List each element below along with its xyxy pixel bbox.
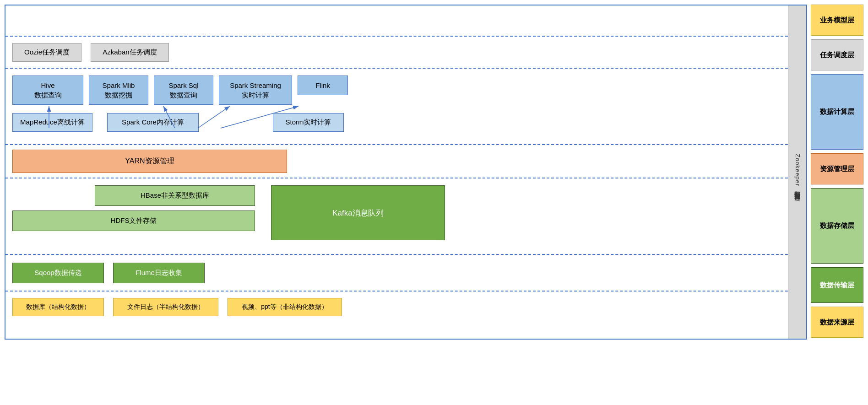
mapreduce-box: MapReduce离线计算 — [12, 113, 92, 132]
layer-label-source: 数据来源层 — [811, 307, 863, 338]
azkaban-box: Azkaban任务调度 — [91, 43, 168, 62]
sqoop-box: Sqoop数据传递 — [12, 263, 104, 283]
flume-box: Flume日志收集 — [113, 263, 205, 283]
right-labels: 业务模型层 任务调度层 数据计算层 资源管理层 数据存储层 数据传输层 数据来源… — [811, 5, 863, 340]
hbase-box: HBase非关系型数据库 — [95, 185, 255, 206]
hdfs-box: HDFS文件存储 — [12, 211, 255, 231]
layer-label-scheduling: 任务调度层 — [811, 39, 863, 70]
scheduling-row: Oozie任务调度 Azkaban任务调度 — [5, 37, 806, 69]
flink-box: Flink — [298, 76, 348, 95]
spark-mlib-box: Spark Mlib 数据挖掘 — [89, 76, 148, 105]
source-video-box: 视频、ppt等（非结构化数据） — [228, 298, 342, 316]
business-row — [5, 5, 806, 37]
storage-row: HBase非关系型数据库 HDFS文件存储 Kafka消息队列 — [5, 178, 806, 255]
zookeeper-vertical-label: Zookeeper数据平台配置和调度 — [788, 5, 806, 339]
layer-label-business: 业务模型层 — [811, 5, 863, 36]
layer-label-storage: 数据存储层 — [811, 188, 863, 264]
transport-row: Sqoop数据传递 Flume日志收集 — [5, 255, 806, 292]
layer-label-computation: 数据计算层 — [811, 74, 863, 150]
source-db-box: 数据库（结构化数据） — [12, 298, 104, 316]
source-row: 数据库（结构化数据） 文件日志（半结构化数据） 视频、ppt等（非结构化数据） — [5, 292, 806, 323]
storm-box: Storm实时计算 — [273, 113, 344, 132]
yarn-box: YARN资源管理 — [12, 150, 287, 173]
kafka-box: Kafka消息队列 — [271, 185, 445, 240]
oozie-box: Oozie任务调度 — [12, 43, 81, 62]
layer-label-resource: 资源管理层 — [811, 153, 863, 184]
source-log-box: 文件日志（半结构化数据） — [113, 298, 218, 316]
resource-row: YARN资源管理 — [5, 145, 806, 178]
spark-streaming-box: Spark Streaming 实时计算 — [219, 76, 292, 105]
hive-box: Hive 数据查询 — [12, 76, 83, 105]
computation-row: Hive 数据查询 Spark Mlib 数据挖掘 Spark Sql 数据查询… — [5, 69, 806, 145]
layer-label-transport: 数据传输层 — [811, 267, 863, 303]
spark-sql-box: Spark Sql 数据查询 — [154, 76, 213, 105]
spark-core-box: Spark Core内存计算 — [107, 113, 199, 132]
